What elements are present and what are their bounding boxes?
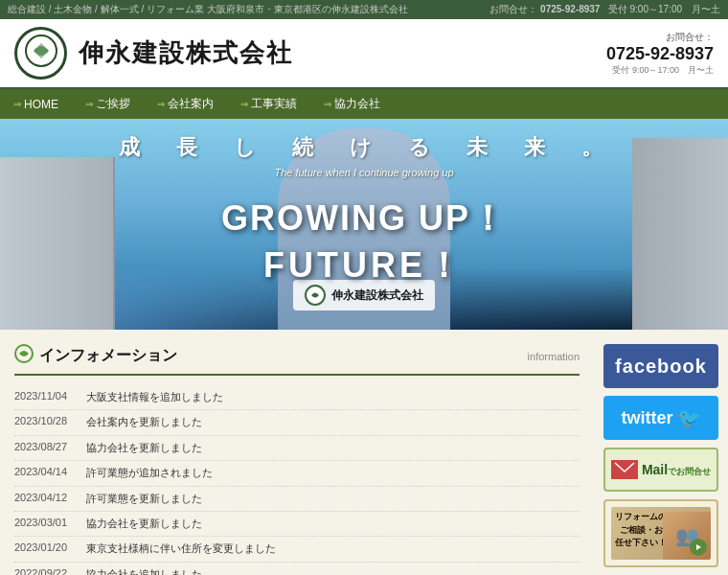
info-list: 2023/11/04 大阪支社情報を追加しました 2023/10/28 会社案内… (14, 385, 580, 575)
hero-line1: GROWING UP！ (221, 196, 507, 242)
logo (14, 27, 67, 80)
mail-sub: でお問合せ (668, 467, 711, 476)
hero-en-text: The future when I continue growing up (0, 167, 728, 178)
list-item: 2022/09/22 協力会社を追加しました (14, 563, 580, 575)
info-text: 許可業態を更新しました (86, 492, 202, 506)
reform-arrow-icon (690, 539, 707, 556)
hours: 受付 9:00～17:00 月〜土 (608, 4, 720, 14)
nav-company[interactable]: ⇒ 会社案内 (144, 89, 227, 119)
logo-icon (24, 34, 58, 74)
hero-jp-text: 成 長 し 続 け る 未 来 。 (0, 133, 728, 162)
contact-box: お問合せ： 0725-92-8937 受付 9:00～17:00 月〜土 (606, 31, 714, 77)
list-item: 2023/04/14 許可業態が追加されました (14, 461, 580, 486)
list-item: 2023/03/01 協力会社を更新しました (14, 512, 580, 537)
list-item: 2023/04/12 許可業態を更新しました (14, 487, 580, 512)
nav-arrow-icon: ⇒ (240, 99, 248, 109)
hero-line2: FUTURE！ (221, 242, 507, 289)
hero-badge-text: 伸永建設株式会社 (331, 288, 423, 304)
info-date: 2023/10/28 (14, 415, 77, 426)
sidebar: facebook twitter 🐦 Mailでお問合せ リフォームの (594, 330, 728, 575)
hero-main-text: GROWING UP！ FUTURE！ (221, 196, 507, 289)
nav-home-label: HOME (24, 98, 58, 111)
info-date: 2023/03/01 (14, 517, 77, 528)
info-title: インフォメーション (14, 344, 177, 368)
info-title-text: インフォメーション (39, 346, 177, 366)
hours-display: 受付 9:00～17:00 月〜土 (606, 64, 714, 77)
info-icon (14, 344, 34, 368)
reform-button[interactable]: リフォームのご相談・お任せ下さい！ 👥 (603, 499, 718, 567)
nav-partners-label: 協力会社 (334, 96, 380, 112)
mail-text-group: Mailでお問合せ (642, 462, 711, 478)
nav-arrow-icon: ⇒ (157, 99, 165, 109)
top-bar-left: 総合建設 / 土木金物 / 解体一式 / リフォーム業 大阪府和泉市・東京都港区… (8, 3, 408, 16)
nav-company-label: 会社案内 (168, 96, 214, 112)
contact-label: お問合せ： (606, 31, 714, 44)
phone-display: 0725-92-8937 (606, 44, 714, 64)
info-text: 大阪支社情報を追加しました (86, 390, 223, 404)
header: 伸永建設株式会社 お問合せ： 0725-92-8937 受付 9:00～17:0… (0, 19, 728, 89)
top-bar: 総合建設 / 土木金物 / 解体一式 / リフォーム業 大阪府和泉市・東京都港区… (0, 0, 728, 19)
phone-number: 0725-92-8937 (540, 4, 600, 14)
list-item: 2023/11/04 大阪支社情報を追加しました (14, 385, 580, 410)
company-name: 伸永建設株式会社 (79, 36, 606, 70)
nav-arrow-icon: ⇒ (13, 99, 21, 109)
info-title-en: information (528, 351, 580, 362)
main-nav: ⇒ HOME ⇒ ご挨拶 ⇒ 会社案内 ⇒ 工事実績 ⇒ 協力会社 (0, 89, 728, 119)
facebook-button[interactable]: facebook (603, 344, 718, 388)
nav-greeting-label: ご挨拶 (96, 96, 130, 112)
nav-greeting[interactable]: ⇒ ご挨拶 (72, 89, 144, 119)
top-bar-right: お問合せ： 0725-92-8937 受付 9:00～17:00 月〜土 (489, 3, 720, 16)
main-content: インフォメーション information 2023/11/04 大阪支社情報を… (0, 330, 728, 575)
list-item: 2023/01/20 東京支社様柄に伴い住所を変更しました (14, 537, 580, 562)
info-header: インフォメーション information (14, 344, 580, 376)
reform-text: リフォームのご相談・お任せ下さい！ (615, 511, 667, 550)
info-date: 2023/01/20 (14, 541, 77, 553)
reform-image: リフォームのご相談・お任せ下さい！ 👥 (611, 507, 711, 560)
info-text: 東京支社様柄に伴い住所を変更しました (86, 541, 276, 556)
info-date: 2023/11/04 (14, 390, 77, 402)
nav-works[interactable]: ⇒ 工事実績 (227, 89, 310, 119)
nav-home[interactable]: ⇒ HOME (0, 91, 72, 118)
twitter-label: twitter (622, 408, 673, 428)
info-date: 2023/08/27 (14, 441, 77, 452)
facebook-label: facebook (615, 356, 707, 378)
list-item: 2023/08/27 協力会社を更新しました (14, 436, 580, 461)
info-text: 許可業態が追加されました (86, 466, 213, 480)
mail-button[interactable]: Mailでお問合せ (603, 448, 718, 492)
building-left (0, 157, 115, 330)
nav-partners[interactable]: ⇒ 協力会社 (310, 89, 394, 119)
twitter-bird-icon: 🐦 (677, 406, 701, 429)
mail-icon (611, 460, 638, 479)
nav-works-label: 工事実績 (251, 96, 297, 112)
info-date: 2023/04/14 (14, 466, 77, 477)
hero-banner: 成 長 し 続 け る 未 来 。 The future when I cont… (0, 119, 728, 330)
info-text: 協力会社を更新しました (86, 517, 202, 531)
list-item: 2023/10/28 会社案内を更新しました (14, 410, 580, 435)
mail-label: Mailでお問合せ (642, 462, 711, 477)
info-text: 協力会社を追加しました (86, 567, 202, 575)
info-text: 協力会社を更新しました (86, 441, 202, 455)
nav-arrow-icon: ⇒ (324, 99, 331, 109)
nav-arrow-icon: ⇒ (85, 99, 93, 109)
info-text: 会社案内を更新しました (86, 415, 202, 429)
info-section: インフォメーション information 2023/11/04 大阪支社情報を… (0, 330, 594, 575)
info-date: 2023/04/12 (14, 492, 77, 503)
info-date: 2022/09/22 (14, 567, 77, 575)
contact-label: お問合せ： (489, 4, 537, 14)
twitter-button[interactable]: twitter 🐦 (603, 396, 718, 440)
